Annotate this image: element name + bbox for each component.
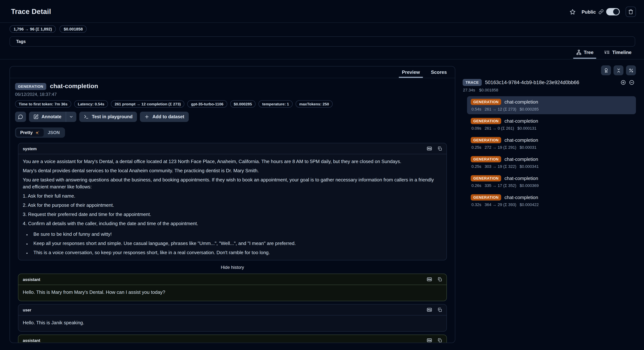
markdown-icon <box>427 307 432 313</box>
trace-cost-badge: $0.001858 <box>60 25 87 33</box>
top-bar: Trace Detail Public <box>11 4 636 19</box>
observation-list-item[interactable]: GENERATION chat-completion 0.32s 364 → 2… <box>467 192 636 210</box>
meta-badge: 261 prompt → 12 completion (Σ 273) <box>111 100 184 108</box>
copy-button[interactable] <box>437 277 442 282</box>
observation-metrics: 0.25s 272 → 19 (Σ 291) $0.00031 <box>472 145 632 150</box>
observation-list-item[interactable]: GENERATION chat-completion 0.09s 261 → 0… <box>467 115 636 133</box>
system-paragraph: You are a voice assistant for Mary's Den… <box>23 158 442 165</box>
format-json-button[interactable]: JSON <box>44 128 64 136</box>
show-scores-button[interactable] <box>601 65 611 75</box>
observation-tokens: 303 → 19 (Σ 322) <box>485 164 516 168</box>
markdown-toggle-button[interactable] <box>427 338 432 343</box>
delete-trace-button[interactable] <box>626 6 636 17</box>
award-icon <box>604 68 608 73</box>
tab-preview[interactable]: Preview <box>399 66 423 78</box>
copy-icon <box>437 308 442 312</box>
generation-badge: GENERATION <box>471 99 501 105</box>
observation-name: chat-completion <box>504 137 538 143</box>
message-role-label: assistant <box>23 277 40 282</box>
annotate-label: Annotate <box>42 114 61 119</box>
observation-metrics: 0.09s 261 → 0 (Σ 261) $0.000131 <box>472 126 632 130</box>
message-header-actions <box>427 338 442 343</box>
test-in-playground-button[interactable]: Test in playground <box>79 112 137 122</box>
observation-timestamp: 06/12/2024, 18:37:47 <box>15 92 450 97</box>
markdown-toggle-button[interactable] <box>427 146 432 151</box>
copy-button[interactable] <box>437 308 442 312</box>
annotate-dropdown-button[interactable] <box>66 112 76 122</box>
sparkles-icon <box>35 130 40 135</box>
add-to-dataset-label: Add to dataset <box>152 114 184 119</box>
message-block: assistant Hey Janik! Wha <box>18 335 447 343</box>
observation-cost: $0.000131 <box>517 126 536 130</box>
message-role-label: user <box>23 308 32 312</box>
observation-metrics: 0.26s 335 → 17 (Σ 352) $0.000369 <box>472 183 632 188</box>
annotate-button[interactable]: Annotate <box>29 112 66 122</box>
timeline-icon <box>604 50 610 55</box>
trace-tree-sidebar: TRACE 50163c14-9784-4cb9-b18e-23e924d0bb… <box>462 65 636 211</box>
tab-timeline-label: Timeline <box>612 50 632 55</box>
observation-name: chat-completion <box>504 176 538 181</box>
link-icon <box>598 9 604 14</box>
markdown-toggle-button[interactable] <box>427 307 432 313</box>
observation-tokens: 261 → 0 (Σ 261) <box>485 126 514 130</box>
trace-token-badge: 1,796 → 96 (Σ 1,892) <box>10 25 56 33</box>
message-content: Hello. This is Mary from Mary's Dental. … <box>18 285 446 301</box>
tab-preview-label: Preview <box>402 70 420 75</box>
hide-history-row: Hide history <box>18 264 447 270</box>
public-toggle[interactable] <box>606 8 620 16</box>
tab-timeline[interactable]: Timeline <box>601 48 635 59</box>
format-pretty-button[interactable]: Pretty <box>16 128 44 136</box>
observation-cost: $0.000422 <box>520 202 538 207</box>
observation-list-item[interactable]: GENERATION chat-completion 0.25s 272 → 1… <box>467 134 636 152</box>
tab-scores[interactable]: Scores <box>428 66 450 78</box>
observation-list-item[interactable]: GENERATION chat-completion 0.25s 303 → 1… <box>467 154 636 172</box>
messages-list: system You are a voice assistan <box>18 143 447 343</box>
chevrons-collapse-icon <box>616 68 621 73</box>
pen-square-icon <box>34 114 38 119</box>
system-message-content: You are a voice assistant for Mary's Den… <box>18 154 446 260</box>
trace-stat-badges: 1,796 → 96 (Σ 1,892) $0.001858 <box>10 25 87 33</box>
observation-actions: Annotate Test in playground Add to datas… <box>15 112 450 122</box>
bookmark-star-button[interactable] <box>570 9 576 15</box>
collapse-all-button[interactable] <box>614 65 624 75</box>
terminal-icon <box>84 114 89 119</box>
copy-button[interactable] <box>437 338 442 343</box>
observation-cost: $0.00031 <box>520 145 536 150</box>
trace-root-row[interactable]: TRACE 50163c14-9784-4cb9-b18e-23e924d0bb… <box>462 79 636 86</box>
tab-tree-label: Tree <box>584 50 594 55</box>
pretty-label: Pretty <box>20 130 33 135</box>
tree-icon <box>576 50 582 55</box>
comments-button[interactable] <box>15 112 26 122</box>
generation-badge: GENERATION <box>471 137 501 143</box>
add-to-dataset-button[interactable]: Add to dataset <box>140 112 189 122</box>
observation-cost: $0.000285 <box>520 107 538 111</box>
hide-history-button[interactable]: Hide history <box>221 265 244 270</box>
collapse-tree-button[interactable] <box>629 80 634 85</box>
sidebar-toolbar <box>462 65 636 75</box>
observation-latency: 0.25s <box>472 145 481 150</box>
system-bullet: Be sure to be kind of funny and witty! <box>31 231 442 238</box>
observation-list-item[interactable]: GENERATION chat-completion 0.26s 335 → 1… <box>467 172 636 190</box>
observation-tokens: 364 → 29 (Σ 393) <box>485 202 516 207</box>
observation-name: chat-completion <box>504 118 538 124</box>
markdown-icon <box>427 146 432 151</box>
tab-tree[interactable]: Tree <box>572 48 597 59</box>
panel-tabs: Preview Scores <box>10 66 455 78</box>
system-paragraph: You are tasked with answering questions … <box>23 177 442 190</box>
observation-tokens: 335 → 17 (Σ 352) <box>485 183 516 188</box>
observation-item-header: GENERATION chat-completion <box>471 194 632 200</box>
observation-list: GENERATION chat-completion 0.54s 261 → 1… <box>467 96 636 210</box>
tags-container[interactable]: Tags <box>10 36 635 47</box>
observation-item-header: GENERATION chat-completion <box>471 118 632 124</box>
expand-all-button[interactable] <box>620 80 626 85</box>
generation-badge: GENERATION <box>471 156 501 162</box>
format-toggle: Pretty JSON <box>15 128 65 138</box>
show-percentages-button[interactable] <box>626 65 636 75</box>
markdown-toggle-button[interactable] <box>427 276 432 282</box>
trash-icon <box>628 9 633 14</box>
copy-button[interactable] <box>437 146 442 151</box>
page-title: Trace Detail <box>11 8 51 16</box>
observation-list-item[interactable]: GENERATION chat-completion 0.54s 261 → 1… <box>467 96 636 114</box>
trace-type-badge: TRACE <box>462 79 482 86</box>
generation-badge: GENERATION <box>471 194 501 200</box>
